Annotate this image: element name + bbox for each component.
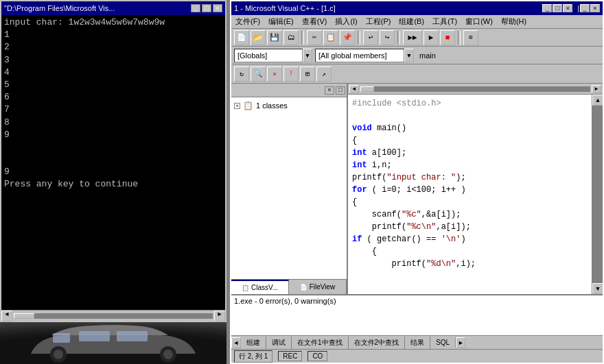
h-scroll-thumb[interactable] (360, 86, 374, 92)
menu-project[interactable]: 工程(P) (362, 15, 395, 28)
scroll-up-btn[interactable]: ▲ (592, 95, 603, 106)
undo-btn[interactable]: ↩ (363, 30, 378, 45)
code-line-13: printf("%d\n",i); (352, 258, 588, 270)
build-btn[interactable]: ⚙ (463, 30, 478, 45)
debug-btn5[interactable]: ⊞ (300, 66, 315, 82)
class-tree: + 📋 1 classes (231, 97, 347, 279)
menu-insert[interactable]: 插入(I) (331, 15, 361, 28)
vertical-scrollbar[interactable]: ▲ ▼ (592, 95, 603, 294)
console-close-btn[interactable]: × (213, 4, 222, 12)
scroll-left-btn[interactable]: ◄ (349, 85, 359, 93)
output-tab-find1[interactable]: 在文件1中查找 (292, 337, 349, 349)
code-content[interactable]: #include <stdio.h> void main() { int a[1… (348, 95, 592, 294)
panel-max-btn[interactable]: □ (336, 86, 345, 95)
v-scroll-track[interactable] (592, 106, 603, 283)
code-line-7: for ( i=0; i<100; i++ ) (352, 184, 588, 196)
debug-btn3[interactable]: ✕ (267, 66, 282, 82)
left-panel: × □ + 📋 1 classes 📋 ClassV... 📄 FileView (231, 84, 348, 294)
scroll-track[interactable] (14, 313, 213, 319)
car-image-strip (0, 322, 226, 364)
console-maximize-btn[interactable]: □ (202, 4, 211, 12)
ide-inner-minimize-btn[interactable]: _ (580, 4, 590, 12)
toolbar-separator-3 (397, 31, 400, 45)
console-title: "D:\Program Files\Microsoft Vis... (4, 4, 115, 12)
code-line-11: if ( getchar() == '\n') (352, 233, 588, 245)
menu-help[interactable]: 帮助(H) (497, 15, 531, 28)
output-panel: 1.exe - 0 error(s), 0 warning(s) ◄ 组建 调试… (231, 294, 603, 349)
stop-btn[interactable]: ■ (440, 30, 455, 45)
toolbar-separator-2 (358, 31, 360, 45)
globals-dropdown-arrow[interactable]: ▼ (303, 49, 312, 62)
output-tab-build[interactable]: 组建 (241, 337, 266, 349)
save-all-btn[interactable]: 🗂 (283, 30, 299, 45)
left-panel-titlebar: × □ (231, 84, 347, 97)
code-line-12: { (352, 245, 588, 258)
console-horizontal-scrollbar[interactable]: ◄ ► (1, 310, 225, 321)
panel-close-btn[interactable]: × (325, 86, 334, 95)
output-scroll-left[interactable]: ◄ (231, 337, 241, 348)
copy-btn[interactable]: 📋 (323, 30, 338, 45)
output-scroll-right[interactable]: ► (456, 337, 465, 348)
ide-close-btn[interactable]: × (563, 4, 572, 12)
scroll-right-btn[interactable]: ► (592, 85, 601, 93)
status-position: 行 2, 列 1 (234, 350, 272, 363)
new-file-btn[interactable]: 📄 (234, 30, 249, 45)
editor-top-scrollbar[interactable]: ◄ ► (348, 84, 603, 95)
h-scroll-track[interactable] (360, 86, 590, 92)
function-label: main (419, 51, 436, 60)
tab-fileview[interactable]: 📄 FileView (289, 280, 347, 294)
menu-edit[interactable]: 编辑(E) (264, 15, 298, 28)
svg-point-2 (54, 350, 63, 359)
classview-icon: 📋 (242, 284, 249, 291)
open-btn[interactable]: 📂 (251, 30, 266, 45)
debug-btn6[interactable]: ↗ (316, 66, 332, 82)
svg-rect-6 (79, 331, 110, 341)
ide-window-controls: _ □ × | _ × (542, 4, 600, 12)
menu-view[interactable]: 查看(V) (298, 15, 332, 28)
output-tab-sql[interactable]: SQL (430, 337, 456, 348)
console-content: input char: 1w2w3w4w5w6w7w8w9w 1 2 3 4 5… (1, 15, 225, 310)
scroll-thumb[interactable] (14, 313, 34, 319)
menu-tools[interactable]: 工具(T) (428, 15, 461, 28)
debug-btn2[interactable]: 🔍 (251, 66, 266, 82)
save-btn[interactable]: 💾 (267, 30, 282, 45)
code-editor: ◄ ► #include <stdio.h> void main() { int… (348, 84, 603, 294)
globals-dropdown[interactable]: [Globals] (234, 49, 303, 62)
ide-inner-close-btn[interactable]: × (590, 4, 600, 12)
output-tab-find2[interactable]: 在文件2中查找 (349, 337, 406, 349)
menu-build[interactable]: 组建(B) (395, 15, 428, 28)
paste-btn[interactable]: 📌 (340, 30, 355, 45)
code-line-9: scanf("%c",&a[i]); (352, 208, 588, 221)
menubar: 文件(F) 编辑(E) 查看(V) 插入(I) 工程(P) 组建(B) 工具(T… (231, 15, 603, 29)
tree-item-label: 1 classes (256, 101, 288, 110)
output-tab-debug[interactable]: 调试 (266, 337, 292, 349)
members-dropdown-arrow[interactable]: ▼ (404, 49, 414, 62)
toolbar-separator-4 (458, 31, 461, 45)
code-area-with-scrollbar: #include <stdio.h> void main() { int a[1… (348, 95, 603, 294)
compile-btn[interactable]: ▶▶ (403, 30, 422, 45)
classview-label: ClassV... (251, 284, 278, 291)
menu-file[interactable]: 文件(F) (231, 15, 264, 28)
output-tab-results[interactable]: 结果 (405, 337, 430, 349)
cut-btn[interactable]: ✂ (307, 30, 322, 45)
menu-window[interactable]: 窗口(W) (461, 15, 497, 28)
tab-classview[interactable]: 📋 ClassV... (231, 280, 289, 294)
code-line-1: #include <stdio.h> (352, 97, 588, 110)
members-dropdown[interactable]: [All global members] (315, 49, 404, 62)
tree-expand-icon[interactable]: + (234, 103, 240, 109)
scroll-left-arrow[interactable]: ◄ (1, 311, 12, 321)
debug-btn4[interactable]: ! (283, 66, 299, 82)
tree-item-classes[interactable]: + 📋 1 classes (234, 100, 344, 111)
run-btn[interactable]: ▶ (423, 30, 439, 45)
scroll-down-btn[interactable]: ▼ (592, 283, 603, 294)
debug-btn1[interactable]: ↻ (234, 66, 249, 82)
ide-minimize-btn[interactable]: _ (542, 4, 552, 12)
redo-btn[interactable]: ↪ (380, 30, 395, 45)
ide-maximize-btn[interactable]: □ (553, 4, 562, 12)
console-minimize-btn[interactable]: _ (191, 4, 200, 12)
output-tabs: ◄ 组建 调试 在文件1中查找 在文件2中查找 结果 SQL ► (231, 335, 603, 349)
scroll-right-arrow[interactable]: ► (214, 311, 225, 321)
car-image (0, 322, 226, 364)
ide-titlebar: 1 - Microsoft Visual C++ - [1.c] _ □ × |… (231, 1, 603, 15)
ide-window: 1 - Microsoft Visual C++ - [1.c] _ □ × |… (230, 0, 604, 364)
